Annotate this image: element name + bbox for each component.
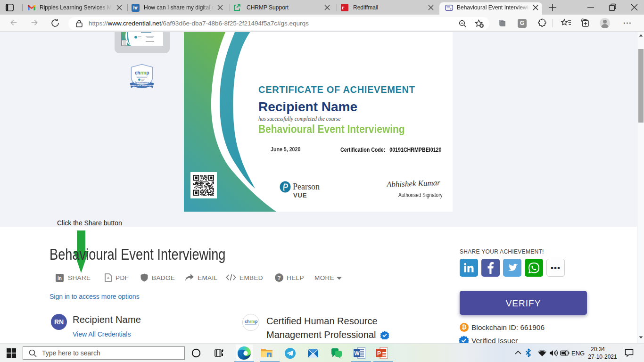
svg-text:in: in [58,276,62,281]
svg-text:P: P [377,350,381,357]
svg-text:Specialisation: Specialisation [135,82,149,84]
svg-text:chrmp: chrmp [135,70,149,75]
svg-text:A: A [107,276,109,280]
svg-text:?: ? [277,275,281,281]
svg-text:W: W [354,350,360,357]
svg-text:BEHAVIOURAL INTERVIEWING: BEHAVIOURAL INTERVIEWING [129,85,155,87]
